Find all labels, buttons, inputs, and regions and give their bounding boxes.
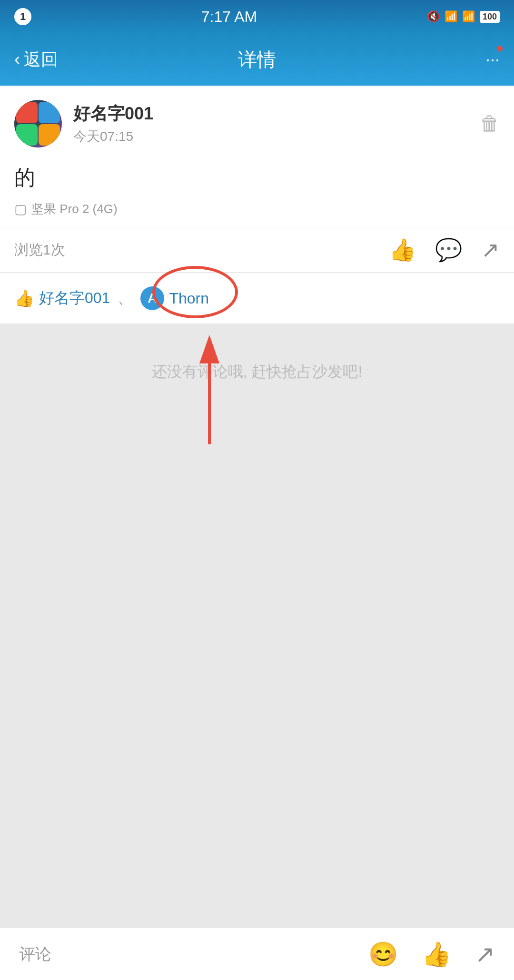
liker-1: 👍 好名字001 [14, 288, 110, 309]
liker-2-name: Thorn [169, 290, 209, 307]
liker-2: A Thorn [140, 286, 209, 310]
notification-dot [497, 46, 503, 51]
post-text: 的 [14, 162, 500, 193]
signal2-icon: 📶 [462, 10, 475, 23]
post-header: 好名字001 今天07:15 🗑 [0, 86, 514, 157]
post-username: 好名字001 [73, 102, 480, 126]
post-actions: 👍 💬 ↗ [389, 237, 500, 263]
avatar-app-icon-3 [16, 124, 38, 146]
back-chevron-icon: ‹ [14, 49, 20, 69]
bottom-actions: 😊 👍 ↗ [368, 941, 495, 968]
bottom-share-button[interactable]: ↗ [475, 941, 495, 968]
status-right: 🔇 📶 📶 100 [427, 10, 500, 23]
post-device: ▢ 坚果 Pro 2 (4G) [14, 201, 500, 217]
likes-row: 👍 好名字001 、 A Thorn [0, 273, 514, 323]
back-button[interactable]: ‹ 返回 [14, 48, 58, 71]
liker-1-name: 好名字001 [39, 288, 110, 309]
notification-badge: 1 [14, 8, 31, 25]
post-stats: 浏览1次 👍 💬 ↗ [0, 227, 514, 272]
avatar-inner [14, 100, 62, 147]
post-time: 今天07:15 [73, 127, 480, 146]
bottom-bar: 评论 😊 👍 ↗ [0, 928, 514, 980]
device-icon: ▢ [14, 201, 27, 217]
empty-comments: 还没有评论哦, 赶快抢占沙发吧! [0, 323, 514, 847]
post-content: 的 ▢ 坚果 Pro 2 (4G) [0, 157, 514, 227]
thorn-avatar-letter: A [148, 291, 157, 306]
delete-button[interactable]: 🗑 [480, 112, 500, 135]
mute-icon: 🔇 [427, 10, 440, 23]
like-separator: 、 [118, 288, 133, 309]
status-left: 1 [14, 8, 31, 25]
empty-comments-text: 还没有评论哦, 赶快抢占沙发吧! [152, 362, 363, 382]
view-count: 浏览1次 [14, 240, 65, 260]
comment-label: 评论 [19, 943, 51, 965]
user-info: 好名字001 今天07:15 [73, 102, 480, 146]
comment-input-area[interactable]: 评论 [19, 943, 368, 965]
like-button[interactable]: 👍 [389, 237, 416, 263]
bottom-like-button[interactable]: 👍 [422, 941, 451, 968]
avatar-app-icon-1 [16, 102, 38, 123]
avatar [14, 100, 62, 147]
status-time: 7:17 AM [201, 8, 257, 26]
share-button[interactable]: ↗ [481, 237, 500, 263]
nav-bar: ‹ 返回 详情 ··· [0, 33, 514, 86]
page-title: 详情 [238, 47, 276, 73]
emoji-button[interactable]: 😊 [368, 941, 398, 968]
back-label: 返回 [24, 48, 58, 71]
avatar-app-icon-4 [39, 124, 60, 146]
device-name: 坚果 Pro 2 (4G) [31, 201, 118, 217]
status-bar: 1 7:17 AM 🔇 📶 📶 100 [0, 0, 514, 33]
like-thumb-icon: 👍 [14, 289, 34, 308]
avatar-app-icon-2 [39, 102, 60, 123]
comment-button[interactable]: 💬 [435, 237, 462, 263]
more-button[interactable]: ··· [485, 49, 500, 69]
thorn-avatar: A [140, 286, 164, 310]
content-card: 好名字001 今天07:15 🗑 的 ▢ 坚果 Pro 2 (4G) 浏览1次 … [0, 86, 514, 323]
signal-icon: 📶 [445, 10, 457, 23]
more-icon: ··· [485, 49, 500, 69]
battery-level: 100 [480, 11, 500, 23]
